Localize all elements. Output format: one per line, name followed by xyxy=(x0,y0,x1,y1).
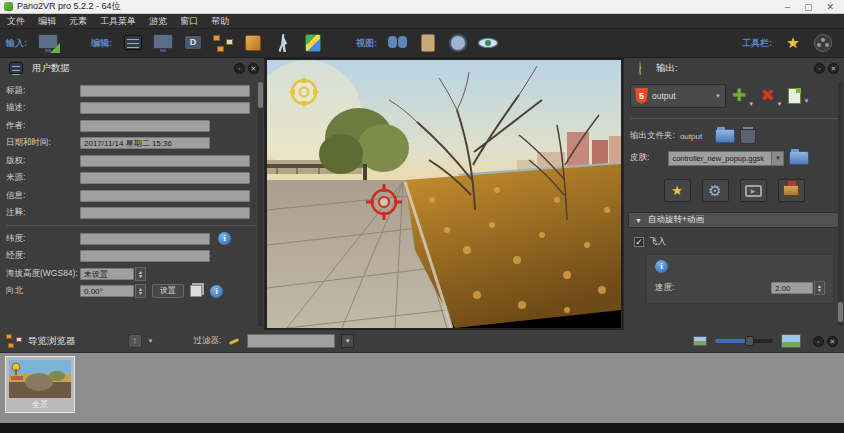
comment-field[interactable] xyxy=(80,207,250,219)
tour-browser-icon xyxy=(6,334,22,348)
animation-editor-icon[interactable] xyxy=(811,33,835,53)
title-field[interactable] xyxy=(80,85,250,97)
menu-file[interactable]: 文件 xyxy=(7,15,25,28)
preview-eye-icon[interactable] xyxy=(476,33,500,53)
preview-output-button[interactable] xyxy=(740,179,767,202)
collapse-arrow-icon: ▼ xyxy=(635,217,642,224)
tour-map-icon[interactable] xyxy=(211,33,235,53)
menu-bar: 文件 编辑 元素 工具菜单 游览 窗口 帮助 xyxy=(0,14,844,29)
longitude-field[interactable] xyxy=(80,250,210,262)
browse-skin-icon[interactable] xyxy=(789,151,809,165)
panorama-thumbnail-card[interactable]: 全景 xyxy=(5,356,75,413)
remove-output-button[interactable]: ✖ ▼ xyxy=(760,85,782,107)
skin-editor-icon[interactable]: ★ xyxy=(781,33,805,53)
properties-icon[interactable] xyxy=(416,33,440,53)
altitude-label: 海拔高度(WGS84): xyxy=(6,268,80,280)
description-field[interactable] xyxy=(80,102,250,114)
speed-stepper[interactable]: ▲▼ xyxy=(814,281,825,295)
dropdown-arrow-icon: ▼ xyxy=(148,338,154,344)
north-info-icon[interactable]: i xyxy=(210,285,223,298)
viewing-parameters-icon[interactable] xyxy=(151,33,175,53)
autorotate-section-title: 自动旋转+动画 xyxy=(648,214,704,226)
close-output-button[interactable]: ✕ xyxy=(828,63,839,74)
flyin-info-icon[interactable]: i xyxy=(655,260,668,273)
skin-select[interactable]: controller_new_popup.ggsk ▼ xyxy=(668,151,784,166)
flyin-settings-group: i 速度: 2.00 ▲▼ xyxy=(646,254,834,304)
speed-field[interactable]: 2.00 xyxy=(771,282,813,294)
longitude-label: 经度: xyxy=(6,250,80,262)
output-format-select[interactable]: 5 output ▼ xyxy=(630,84,726,108)
settings-gear-button[interactable]: ⚙ xyxy=(702,179,729,202)
monitor-play-icon xyxy=(745,185,762,197)
output-folder-value: output xyxy=(680,132,702,141)
user-data-header: 用户数据 ◦ ✕ xyxy=(0,58,264,78)
menu-elements[interactable]: 元素 xyxy=(69,15,87,28)
tour-browser-title: 导览浏览器 xyxy=(28,335,76,348)
panorama-image xyxy=(267,60,621,328)
author-field[interactable] xyxy=(80,120,210,132)
maximize-button[interactable]: ▢ xyxy=(804,1,813,13)
information-field[interactable] xyxy=(80,190,250,202)
walkthrough-icon[interactable] xyxy=(271,33,295,53)
thumbnail-size-slider[interactable] xyxy=(715,339,773,343)
user-data-icon[interactable] xyxy=(121,33,145,53)
datetime-field[interactable]: 2017/11/14 星期二 15:36 xyxy=(80,137,210,149)
panorama-viewer[interactable] xyxy=(265,58,623,330)
output-scrollbar[interactable] xyxy=(838,82,843,326)
set-north-button[interactable]: 设置 xyxy=(152,284,184,298)
north-stepper[interactable]: ▲▼ xyxy=(135,284,146,298)
sound-icon[interactable]: D xyxy=(181,33,205,53)
open-folder-icon[interactable] xyxy=(715,129,735,143)
package-icon xyxy=(783,185,799,196)
filter-input[interactable] xyxy=(247,334,335,348)
menu-window[interactable]: 窗口 xyxy=(180,15,198,28)
generate-output-button[interactable]: ▼ xyxy=(788,88,809,104)
user-data-scrollbar[interactable] xyxy=(258,82,263,326)
source-field-label: 来源: xyxy=(6,172,80,184)
north-field[interactable]: 0.00° xyxy=(80,285,134,297)
panorama-input-icon[interactable] xyxy=(36,33,60,53)
north-label: 向北 xyxy=(6,285,80,297)
latitude-field[interactable] xyxy=(80,233,210,245)
author-field-label: 作者: xyxy=(6,120,80,132)
binoculars-icon[interactable] xyxy=(386,33,410,53)
datetime-field-label: 日期和时间: xyxy=(6,137,80,149)
detach-tour-button[interactable]: ◦ xyxy=(813,336,824,347)
x-icon: ✖ xyxy=(760,85,774,107)
package-output-button[interactable] xyxy=(778,179,805,202)
altitude-field[interactable]: 未设置 xyxy=(80,268,134,280)
flyin-checkbox[interactable]: ✓ xyxy=(634,237,644,247)
add-output-button[interactable]: ✚ ▼ xyxy=(732,85,754,107)
app-window: Pano2VR pro 5.2.2 - 64位 – ▢ ✕ 文件 编辑 元素 工… xyxy=(0,0,844,433)
minimize-button[interactable]: – xyxy=(785,1,790,13)
menu-tour[interactable]: 游览 xyxy=(149,15,167,28)
detach-output-button[interactable]: ◦ xyxy=(814,63,825,74)
close-panel-button[interactable]: ✕ xyxy=(248,63,259,74)
copy-icon[interactable] xyxy=(190,285,202,297)
plus-icon: ✚ xyxy=(732,85,746,107)
close-tour-button[interactable]: ✕ xyxy=(827,336,838,347)
filter-dropdown-button[interactable]: ▼ xyxy=(341,334,354,348)
detach-panel-button[interactable]: ◦ xyxy=(234,63,245,74)
menu-help[interactable]: 帮助 xyxy=(211,15,229,28)
copyright-field[interactable] xyxy=(80,155,250,167)
autorotate-section-header[interactable]: ▼ 自动旋转+动画 xyxy=(628,212,840,228)
speed-label: 速度: xyxy=(655,282,771,294)
sort-icon[interactable]: ↕ xyxy=(128,334,142,348)
trash-icon[interactable] xyxy=(740,129,756,144)
map-icon[interactable] xyxy=(301,33,325,53)
filter-wand-icon xyxy=(227,334,241,348)
skin-wizard-button[interactable]: ★ xyxy=(664,179,691,202)
time-icon[interactable] xyxy=(446,33,470,53)
divider xyxy=(630,118,838,119)
menu-tools[interactable]: 工具菜单 xyxy=(100,15,136,28)
gear-icon: ⚙ xyxy=(708,181,721,201)
app-icon xyxy=(4,2,13,11)
altitude-stepper[interactable]: ▲▼ xyxy=(135,267,146,281)
menu-edit[interactable]: 编辑 xyxy=(38,15,56,28)
hotspot-box-icon[interactable] xyxy=(241,33,265,53)
close-button[interactable]: ✕ xyxy=(826,1,834,13)
skin-value: controller_new_popup.ggsk xyxy=(669,154,771,163)
latitude-info-icon[interactable]: i xyxy=(218,232,231,245)
source-field[interactable] xyxy=(80,172,250,184)
